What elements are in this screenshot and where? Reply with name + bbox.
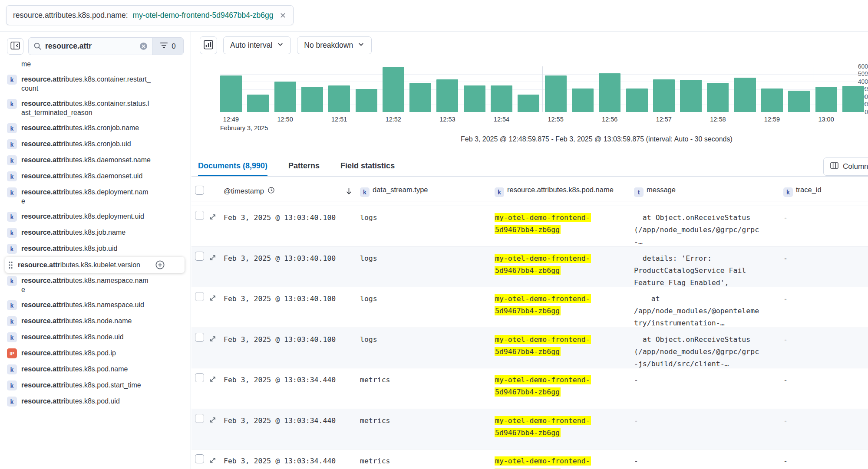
histogram-bar[interactable]: [518, 95, 539, 112]
column-header-trace-id[interactable]: ktrace_id: [783, 185, 868, 197]
row-checkbox[interactable]: [195, 252, 204, 261]
histogram-bar[interactable]: [436, 79, 458, 112]
field-name: resource.attributes.k8s.container.restar…: [21, 75, 152, 93]
histogram-bar[interactable]: [707, 83, 729, 112]
field-item[interactable]: kresource.attributes.k8s.cronjob.uid: [7, 136, 185, 152]
histogram-bar[interactable]: [815, 87, 837, 112]
histogram-bar[interactable]: [383, 67, 404, 112]
field-filter-button[interactable]: 0: [152, 38, 183, 55]
field-item[interactable]: kresource.attributes.k8s.deployment.name: [7, 184, 185, 209]
histogram-bar[interactable]: [220, 75, 242, 112]
x-axis-tick-label: 12:51: [331, 116, 347, 123]
expand-document-icon[interactable]: [209, 417, 217, 425]
chevron-down-icon: [277, 41, 284, 50]
clear-search-icon[interactable]: [139, 42, 148, 50]
gridline-vertical: [542, 66, 543, 112]
pod-name-cell: my-otel-demo-frontend-5d9467bb4-zb6gg: [495, 328, 634, 368]
message-cell: -: [634, 368, 783, 409]
field-item[interactable]: kresource.attributes.k8s.namespace.uid: [7, 297, 185, 313]
field-item[interactable]: kresource.attributes.k8s.pod.uid: [7, 394, 185, 410]
expand-document-icon[interactable]: [209, 336, 217, 344]
row-checkbox[interactable]: [195, 454, 204, 463]
tab-patterns[interactable]: Patterns: [288, 157, 320, 176]
timestamp-cell: Feb 3, 2025 @ 13:03:40.100: [224, 206, 360, 246]
field-item[interactable]: kresource.attributes.k8s.container.statu…: [7, 96, 185, 120]
remove-filter-icon[interactable]: [279, 12, 287, 19]
field-item[interactable]: kresource.attributes.k8s.job.uid: [7, 241, 185, 257]
field-item[interactable]: kresource.attributes.k8s.cronjob.name: [7, 120, 185, 136]
interval-dropdown[interactable]: Auto interval: [223, 36, 291, 54]
drag-handle-icon[interactable]: [8, 261, 13, 269]
select-all-checkbox[interactable]: [195, 186, 204, 195]
histogram-bar[interactable]: [599, 73, 620, 112]
histogram-bar[interactable]: [653, 79, 675, 112]
x-axis-tick-label: 12:59: [764, 116, 780, 123]
field-item[interactable]: kresource.attributes.k8s.pod.start_time: [7, 377, 185, 394]
field-item[interactable]: me: [7, 59, 185, 72]
tab-field-statistics[interactable]: Field statistics: [340, 157, 395, 176]
sort-descending-icon[interactable]: [345, 187, 353, 195]
tab-documents[interactable]: Documents (8,990): [198, 157, 267, 176]
histogram-bar[interactable]: [491, 85, 512, 112]
histogram-bar[interactable]: [626, 89, 648, 112]
field-item[interactable]: kresource.attributes.k8s.node.name: [7, 313, 185, 329]
expand-document-icon[interactable]: [209, 214, 217, 222]
clock-icon: [267, 187, 275, 196]
column-header-pod-name[interactable]: kresource.attributes.k8s.pod.name: [495, 185, 634, 197]
field-item[interactable]: kresource.attributes.k8s.container.resta…: [7, 72, 185, 96]
histogram-bar[interactable]: [680, 80, 702, 112]
field-item[interactable]: kresource.attributes.k8s.namespace.name: [7, 273, 185, 297]
filter-pill-value: my-otel-demo-frontend-5d9467bb4-zb6gg: [133, 11, 274, 20]
data-stream-type-cell: metrics: [360, 409, 495, 449]
columns-button[interactable]: Columns: [823, 157, 868, 176]
histogram-bar[interactable]: [409, 83, 431, 112]
histogram-bar[interactable]: [247, 95, 269, 112]
column-header-data-stream-type[interactable]: kdata_stream.type: [360, 185, 495, 197]
histogram-bar[interactable]: [545, 75, 567, 112]
field-item[interactable]: kresource.attributes.k8s.pod.name: [7, 361, 185, 377]
chart-options-button[interactable]: [200, 36, 217, 54]
expand-document-icon[interactable]: [209, 458, 217, 466]
x-axis-tick-label: 12:53: [439, 116, 455, 123]
row-checkbox[interactable]: [195, 211, 204, 220]
field-item[interactable]: kresource.attributes.k8s.daemonset.name: [7, 152, 185, 168]
clipped-row-sliver: [191, 202, 868, 206]
row-checkbox[interactable]: [195, 292, 204, 301]
field-search-box[interactable]: 0: [28, 37, 184, 55]
histogram-bar[interactable]: [464, 85, 485, 112]
histogram-bar[interactable]: [788, 91, 810, 112]
keyword-token-icon: k: [7, 380, 17, 390]
column-header-message[interactable]: tmessage: [634, 185, 783, 197]
field-item[interactable]: resource.attributes.k8s.kubelet.version: [5, 257, 185, 273]
histogram-bar[interactable]: [572, 89, 594, 112]
columns-button-label: Columns: [843, 162, 868, 171]
histogram-bar[interactable]: [734, 78, 756, 112]
breakdown-dropdown[interactable]: No breakdown: [297, 36, 372, 54]
histogram-bar[interactable]: [761, 89, 783, 112]
field-item[interactable]: kresource.attributes.k8s.node.uid: [7, 329, 185, 345]
expand-document-icon[interactable]: [209, 295, 217, 303]
pod-name-cell: my-otel-demo-frontend-5d9467bb4-zb6gg: [495, 368, 634, 409]
row-checkbox[interactable]: [195, 414, 204, 423]
filter-pill[interactable]: resource.attributes.k8s.pod.name: my-ote…: [6, 5, 294, 25]
collapse-sidebar-button[interactable]: [7, 38, 23, 55]
row-checkbox[interactable]: [195, 373, 204, 382]
histogram-bar[interactable]: [356, 89, 377, 112]
histogram-toolbar: Auto interval No breakdown: [200, 36, 372, 54]
field-item[interactable]: IPresource.attributes.k8s.pod.ip: [7, 345, 185, 361]
field-search-input[interactable]: [45, 42, 135, 51]
field-item[interactable]: kresource.attributes.k8s.job.name: [7, 225, 185, 241]
column-header-timestamp[interactable]: @timestamp: [224, 187, 360, 196]
expand-document-icon[interactable]: [209, 255, 217, 263]
x-axis-tick-label: 12:50: [277, 116, 293, 123]
histogram-bar[interactable]: [328, 85, 350, 112]
row-checkbox[interactable]: [195, 333, 204, 342]
field-item[interactable]: kresource.attributes.k8s.deployment.uid: [7, 209, 185, 225]
field-name: resource.attributes.k8s.namespace.uid: [21, 300, 144, 309]
field-item[interactable]: kresource.attributes.k8s.daemonset.uid: [7, 168, 185, 184]
expand-document-icon[interactable]: [209, 377, 217, 384]
histogram-bar[interactable]: [301, 87, 323, 112]
histogram-bar[interactable]: [274, 82, 296, 112]
add-field-button[interactable]: [155, 260, 165, 270]
histogram-bar[interactable]: [842, 86, 864, 112]
